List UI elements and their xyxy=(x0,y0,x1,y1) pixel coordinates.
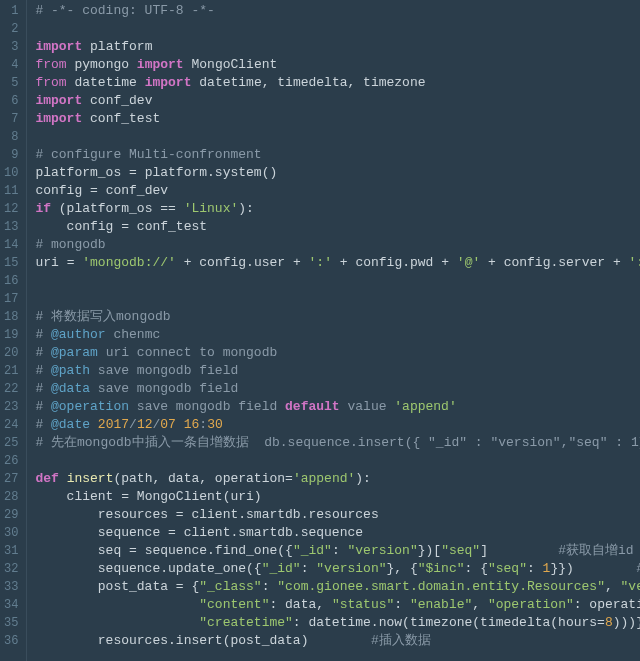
line-number: 31 xyxy=(4,542,18,560)
code-token: @author xyxy=(51,327,106,342)
code-token: # xyxy=(35,417,51,432)
code-token: )))} xyxy=(613,615,640,630)
code-token: datetime, timedelta, timezone xyxy=(199,75,425,90)
line-number: 8 xyxy=(4,128,18,146)
code-token: @operation xyxy=(51,399,129,414)
code-line[interactable]: # @param uri connect to mongodb xyxy=(35,344,640,362)
code-token: = xyxy=(129,165,137,180)
line-number: 29 xyxy=(4,506,18,524)
code-token: ): xyxy=(355,471,371,486)
code-token: client.smartdb.resources xyxy=(184,507,379,522)
code-line[interactable]: # mongodb xyxy=(35,236,640,254)
code-line[interactable]: # @path save mongodb field xyxy=(35,362,640,380)
code-line[interactable]: uri = 'mongodb://' + config.user + ':' +… xyxy=(35,254,640,272)
code-token: @date xyxy=(51,417,90,432)
code-line[interactable]: import conf_dev xyxy=(35,92,640,110)
code-token: ':' xyxy=(309,255,332,270)
code-editor: 1234567891011121314151617181920212223242… xyxy=(0,0,640,661)
code-area[interactable]: # -*- coding: UTF-8 -*-import platformfr… xyxy=(27,0,640,661)
code-token xyxy=(176,417,184,432)
code-token: sequence.find_one({ xyxy=(137,543,293,558)
code-line[interactable]: client = MongoClient(uri) xyxy=(35,488,640,506)
code-token: "status" xyxy=(332,597,394,612)
code-token: config xyxy=(35,219,121,234)
code-token xyxy=(35,615,199,630)
code-token xyxy=(59,471,67,486)
line-number: 9 xyxy=(4,146,18,164)
code-token: config.server xyxy=(496,255,613,270)
code-token: datetime xyxy=(74,75,144,90)
code-token: ':' xyxy=(629,255,640,270)
code-token: ): xyxy=(238,201,254,216)
code-line[interactable] xyxy=(35,452,640,470)
code-token: (platform_os xyxy=(51,201,160,216)
code-line[interactable] xyxy=(35,290,640,308)
code-line[interactable]: # -*- coding: UTF-8 -*- xyxy=(35,2,640,20)
code-token: "_id" xyxy=(262,561,301,576)
code-line[interactable]: # configure Multi-confronment xyxy=(35,146,640,164)
code-line[interactable]: post_data = {"_class": "com.gionee.smart… xyxy=(35,578,640,596)
code-line[interactable]: if (platform_os == 'Linux'): xyxy=(35,200,640,218)
code-token: "_class" xyxy=(199,579,261,594)
code-token xyxy=(176,255,184,270)
code-line[interactable]: resources.insert(post_data) #插入数据 xyxy=(35,632,640,650)
code-line[interactable]: from datetime import datetime, timedelta… xyxy=(35,74,640,92)
code-line[interactable]: sequence.update_one({"_id": "version"}, … xyxy=(35,560,640,578)
code-token: "version" xyxy=(348,543,418,558)
code-token: uri xyxy=(35,255,66,270)
code-token: sequence.update_one({ xyxy=(35,561,261,576)
code-line[interactable]: "createtime": datetime.now(timezone(time… xyxy=(35,614,640,632)
code-token: save mongodb field xyxy=(90,363,238,378)
code-line[interactable] xyxy=(35,20,640,38)
code-token: 12 xyxy=(137,417,153,432)
code-line[interactable]: sequence = client.smartdb.sequence xyxy=(35,524,640,542)
code-line[interactable]: # @operation save mongodb field default … xyxy=(35,398,640,416)
code-token xyxy=(82,93,90,108)
code-token: = xyxy=(121,489,129,504)
code-line[interactable]: config = conf_dev xyxy=(35,182,640,200)
code-token: MongoClient xyxy=(191,57,277,72)
code-token: : xyxy=(262,579,278,594)
line-number: 14 xyxy=(4,236,18,254)
code-token: : operation, xyxy=(574,597,640,612)
code-token: "com.gionee.smart.domain.entity.Resource… xyxy=(277,579,605,594)
code-line[interactable]: # 先在mongodb中插入一条自增数据 db.sequence.insert(… xyxy=(35,434,640,452)
line-number: 15 xyxy=(4,254,18,272)
code-line[interactable]: "content": data, "status": "enable", "op… xyxy=(35,596,640,614)
code-token: default xyxy=(285,399,340,414)
code-token: config xyxy=(35,183,90,198)
code-token: from xyxy=(35,75,66,90)
code-line[interactable]: import conf_test xyxy=(35,110,640,128)
code-token: @param xyxy=(51,345,98,360)
code-line[interactable] xyxy=(35,128,640,146)
code-token: "_id" xyxy=(293,543,332,558)
code-token: + xyxy=(340,255,348,270)
code-line[interactable]: config = conf_test xyxy=(35,218,640,236)
code-line[interactable] xyxy=(35,272,640,290)
code-token: conf_dev xyxy=(90,93,152,108)
line-number: 36 xyxy=(4,632,18,650)
code-line[interactable]: # 将数据写入mongodb xyxy=(35,308,640,326)
code-line[interactable]: # @date 2017/12/07 16:30 xyxy=(35,416,640,434)
code-line[interactable]: seq = sequence.find_one({"_id": "version… xyxy=(35,542,640,560)
line-number: 25 xyxy=(4,434,18,452)
code-token: platform.system() xyxy=(137,165,277,180)
code-line[interactable]: from pymongo import MongoClient xyxy=(35,56,640,74)
code-line[interactable]: platform_os = platform.system() xyxy=(35,164,640,182)
code-line[interactable]: resources = client.smartdb.resources xyxy=(35,506,640,524)
code-token: 'append' xyxy=(293,471,355,486)
code-token: from xyxy=(35,57,66,72)
line-number: 34 xyxy=(4,596,18,614)
code-token: if xyxy=(35,201,51,216)
code-token: client.smartdb.sequence xyxy=(176,525,363,540)
code-line[interactable]: # @data save mongodb field xyxy=(35,380,640,398)
code-token: # xyxy=(35,327,51,342)
code-line[interactable]: import platform xyxy=(35,38,640,56)
code-token: , xyxy=(605,579,621,594)
line-number: 10 xyxy=(4,164,18,182)
line-number: 33 xyxy=(4,578,18,596)
code-line[interactable]: # @author chenmc xyxy=(35,326,640,344)
line-number: 23 xyxy=(4,398,18,416)
code-token: = xyxy=(176,507,184,522)
code-line[interactable]: def insert(path, data, operation='append… xyxy=(35,470,640,488)
